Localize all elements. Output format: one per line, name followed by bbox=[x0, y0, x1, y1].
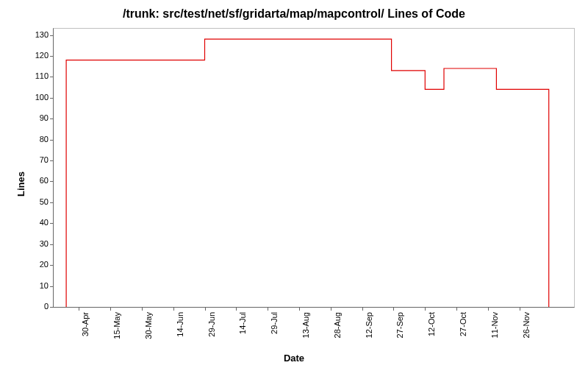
y-tick-label: 120 bbox=[26, 51, 49, 60]
x-tick-label: 15-May bbox=[112, 312, 121, 339]
x-tick-label: 12-Oct bbox=[427, 312, 436, 336]
y-tick-label: 110 bbox=[26, 71, 49, 80]
y-tick bbox=[50, 265, 54, 266]
x-tick bbox=[331, 307, 331, 311]
y-tick bbox=[50, 181, 54, 182]
x-tick bbox=[205, 307, 206, 311]
chart-container: /trunk: src/test/net/sf/gridarta/map/map… bbox=[0, 0, 588, 368]
y-tick-label: 50 bbox=[26, 197, 49, 206]
y-tick-label: 100 bbox=[26, 93, 49, 102]
x-tick-label: 12-Sep bbox=[365, 312, 373, 338]
y-tick bbox=[50, 77, 54, 77]
y-tick bbox=[50, 160, 54, 161]
x-tick-label: 30-Apr bbox=[81, 312, 90, 336]
y-tick-label: 0 bbox=[26, 302, 49, 311]
x-tick bbox=[362, 307, 363, 311]
x-tick-label: 27-Sep bbox=[395, 312, 404, 338]
series-line bbox=[66, 39, 549, 307]
x-tick-label: 13-Aug bbox=[301, 312, 310, 338]
x-tick bbox=[520, 307, 520, 311]
y-tick bbox=[50, 286, 54, 287]
y-tick bbox=[50, 118, 54, 119]
x-tick-label: 11-Nov bbox=[490, 312, 499, 338]
chart-title: /trunk: src/test/net/sf/gridarta/map/map… bbox=[0, 7, 588, 21]
y-tick bbox=[50, 244, 54, 245]
x-tick bbox=[173, 307, 174, 311]
data-line bbox=[54, 29, 574, 307]
x-tick bbox=[488, 307, 489, 311]
x-tick bbox=[110, 307, 111, 311]
y-tick bbox=[50, 223, 54, 224]
y-tick bbox=[50, 35, 54, 36]
x-tick bbox=[425, 307, 426, 311]
y-tick-label: 10 bbox=[26, 281, 49, 290]
x-tick bbox=[456, 307, 457, 311]
y-tick bbox=[50, 98, 54, 99]
y-tick-label: 80 bbox=[26, 135, 49, 144]
x-tick bbox=[79, 307, 79, 311]
y-tick-label: 130 bbox=[26, 30, 49, 39]
y-tick-label: 90 bbox=[26, 113, 49, 122]
x-tick-label: 14-Jun bbox=[176, 312, 184, 337]
x-tick-label: 26-Nov bbox=[522, 312, 531, 338]
y-tick-label: 20 bbox=[26, 260, 49, 269]
x-tick bbox=[236, 307, 237, 311]
y-tick bbox=[50, 202, 54, 203]
y-tick-label: 70 bbox=[26, 155, 49, 164]
x-tick-label: 28-Aug bbox=[333, 312, 342, 338]
x-tick bbox=[268, 307, 268, 311]
x-tick-label: 29-Jun bbox=[207, 312, 216, 337]
x-tick-label: 14-Jul bbox=[238, 312, 247, 334]
y-tick bbox=[50, 307, 54, 308]
y-tick-label: 30 bbox=[26, 239, 49, 248]
x-tick bbox=[299, 307, 300, 311]
x-tick bbox=[142, 307, 143, 311]
x-tick-label: 27-Oct bbox=[459, 312, 467, 336]
x-axis-label: Date bbox=[0, 353, 588, 364]
plot-area bbox=[53, 28, 575, 308]
y-tick-label: 60 bbox=[26, 176, 49, 185]
x-tick bbox=[393, 307, 394, 311]
x-tick-label: 29-Jul bbox=[270, 312, 279, 334]
x-tick-label: 30-May bbox=[144, 312, 153, 339]
y-tick bbox=[50, 56, 54, 57]
y-axis-label: Lines bbox=[15, 171, 26, 197]
y-tick-label: 40 bbox=[26, 218, 49, 227]
y-tick bbox=[50, 140, 54, 141]
